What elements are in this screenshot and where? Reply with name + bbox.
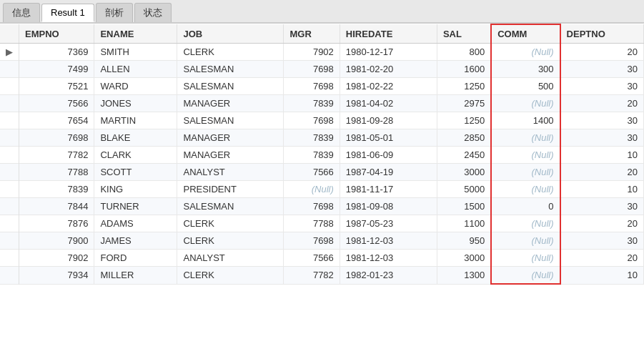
table-row[interactable]: 7521WARDSALESMAN76981981-02-22125050030 — [0, 78, 644, 95]
row-indicator — [0, 181, 19, 198]
cell-mgr: 7698 — [284, 112, 340, 129]
row-indicator — [0, 147, 19, 164]
cell-ename: JAMES — [94, 232, 177, 250]
cell-hiredate: 1981-09-28 — [340, 112, 437, 129]
cell-mgr: 7839 — [284, 95, 340, 112]
cell-sal: 950 — [437, 232, 491, 250]
cell-empno: 7839 — [19, 181, 94, 198]
table-header-row: EMPNO ENAME JOB MGR HIREDATE SAL COMM DE… — [0, 24, 644, 44]
tab-info[interactable]: 信息 — [3, 3, 40, 22]
table-row[interactable]: 7902FORDANALYST75661981-12-033000(Null)2… — [0, 250, 644, 267]
cell-deptno: 20 — [560, 250, 644, 267]
cell-comm: (Null) — [491, 164, 560, 181]
cell-mgr: 7839 — [284, 147, 340, 164]
cell-sal: 5000 — [437, 181, 491, 198]
cell-empno: 7782 — [19, 147, 94, 164]
cell-hiredate: 1981-12-03 — [340, 250, 437, 267]
cell-sal: 2975 — [437, 95, 491, 112]
row-indicator — [0, 95, 19, 112]
table-row[interactable]: 7788SCOTTANALYST75661987-04-193000(Null)… — [0, 164, 644, 181]
cell-deptno: 10 — [560, 267, 644, 285]
cell-deptno: 30 — [560, 198, 644, 215]
cell-job: CLERK — [177, 232, 284, 250]
table-row[interactable]: 7844TURNERSALESMAN76981981-09-081500030 — [0, 198, 644, 215]
cell-hiredate: 1980-12-17 — [340, 44, 437, 61]
cell-sal: 2450 — [437, 147, 491, 164]
cell-sal: 1600 — [437, 61, 491, 78]
col-header-deptno: DEPTNO — [560, 24, 644, 44]
cell-ename: WARD — [94, 78, 177, 95]
cell-hiredate: 1981-04-02 — [340, 95, 437, 112]
cell-ename: KING — [94, 181, 177, 198]
result-table: EMPNO ENAME JOB MGR HIREDATE SAL COMM DE… — [0, 24, 644, 285]
cell-mgr: (Null) — [284, 181, 340, 198]
cell-job: MANAGER — [177, 95, 284, 112]
table-row[interactable]: 7566JONESMANAGER78391981-04-022975(Null)… — [0, 95, 644, 112]
table-row[interactable]: 7876ADAMSCLERK77881987-05-231100(Null)20 — [0, 215, 644, 232]
row-indicator — [0, 198, 19, 215]
cell-comm: 300 — [491, 61, 560, 78]
cell-comm: (Null) — [491, 267, 560, 285]
table-row[interactable]: 7934MILLERCLERK77821982-01-231300(Null)1… — [0, 267, 644, 285]
cell-empno: 7521 — [19, 78, 94, 95]
col-header-ename: ENAME — [94, 24, 177, 44]
cell-ename: JONES — [94, 95, 177, 112]
row-indicator — [0, 78, 19, 95]
cell-sal: 1500 — [437, 198, 491, 215]
cell-hiredate: 1981-11-17 — [340, 181, 437, 198]
cell-hiredate: 1981-02-22 — [340, 78, 437, 95]
cell-empno: 7654 — [19, 112, 94, 129]
col-header-mgr: MGR — [284, 24, 340, 44]
cell-comm: (Null) — [491, 147, 560, 164]
cell-comm: 500 — [491, 78, 560, 95]
cell-empno: 7902 — [19, 250, 94, 267]
cell-job: SALESMAN — [177, 78, 284, 95]
cell-comm: (Null) — [491, 232, 560, 250]
col-header-comm: COMM — [491, 24, 560, 44]
cell-ename: TURNER — [94, 198, 177, 215]
cell-mgr: 7782 — [284, 267, 340, 285]
col-header-hiredate: HIREDATE — [340, 24, 437, 44]
cell-job: ANALYST — [177, 250, 284, 267]
row-indicator — [0, 250, 19, 267]
cell-deptno: 30 — [560, 112, 644, 129]
cell-empno: 7934 — [19, 267, 94, 285]
cell-hiredate: 1982-01-23 — [340, 267, 437, 285]
cell-hiredate: 1981-09-08 — [340, 198, 437, 215]
table-row[interactable]: 7654MARTINSALESMAN76981981-09-2812501400… — [0, 112, 644, 129]
cell-mgr: 7698 — [284, 61, 340, 78]
cell-hiredate: 1981-06-09 — [340, 147, 437, 164]
cell-ename: MILLER — [94, 267, 177, 285]
cell-job: CLERK — [177, 44, 284, 61]
cell-ename: FORD — [94, 250, 177, 267]
cell-comm: (Null) — [491, 95, 560, 112]
cell-deptno: 20 — [560, 215, 644, 232]
cell-mgr: 7566 — [284, 250, 340, 267]
table-row[interactable]: 7839KINGPRESIDENT(Null)1981-11-175000(Nu… — [0, 181, 644, 198]
table-row[interactable]: 7782CLARKMANAGER78391981-06-092450(Null)… — [0, 147, 644, 164]
row-indicator — [0, 129, 19, 147]
table-row[interactable]: 7499ALLENSALESMAN76981981-02-20160030030 — [0, 61, 644, 78]
cell-hiredate: 1987-04-19 — [340, 164, 437, 181]
cell-mgr: 7566 — [284, 164, 340, 181]
cell-deptno: 30 — [560, 61, 644, 78]
col-header-empno: EMPNO — [19, 24, 94, 44]
cell-comm: (Null) — [491, 181, 560, 198]
cell-mgr: 7698 — [284, 78, 340, 95]
tab-status[interactable]: 状态 — [134, 3, 172, 22]
table-row[interactable]: ▶7369SMITHCLERK79021980-12-17800(Null)20 — [0, 44, 644, 61]
cell-job: SALESMAN — [177, 61, 284, 78]
cell-empno: 7788 — [19, 164, 94, 181]
tab-result1[interactable]: Result 1 — [41, 4, 94, 22]
row-indicator — [0, 232, 19, 250]
table-row[interactable]: 7698BLAKEMANAGER78391981-05-012850(Null)… — [0, 129, 644, 147]
cell-job: CLERK — [177, 215, 284, 232]
tab-analyze[interactable]: 剖析 — [96, 3, 133, 22]
cell-ename: ADAMS — [94, 215, 177, 232]
row-indicator — [0, 164, 19, 181]
cell-empno: 7369 — [19, 44, 94, 61]
cell-deptno: 20 — [560, 44, 644, 61]
cell-deptno: 10 — [560, 181, 644, 198]
cell-hiredate: 1981-12-03 — [340, 232, 437, 250]
table-row[interactable]: 7900JAMESCLERK76981981-12-03950(Null)30 — [0, 232, 644, 250]
